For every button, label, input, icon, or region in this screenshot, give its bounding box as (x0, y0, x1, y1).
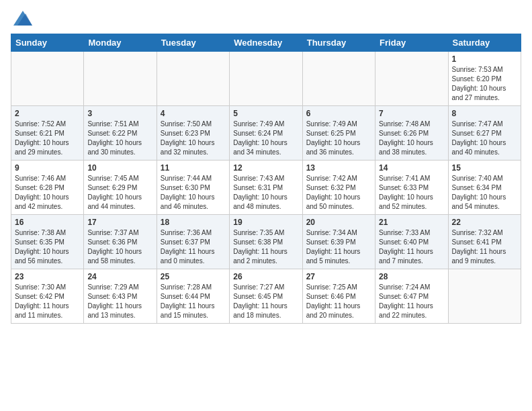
calendar-cell: 28Sunrise: 7:24 AM Sunset: 6:47 PM Dayli… (375, 269, 448, 324)
day-info: Sunrise: 7:52 AM Sunset: 6:21 PM Dayligh… (15, 120, 80, 157)
day-info: Sunrise: 7:36 AM Sunset: 6:37 PM Dayligh… (161, 228, 226, 266)
day-info: Sunrise: 7:49 AM Sunset: 6:25 PM Dayligh… (306, 120, 371, 157)
day-number: 25 (161, 272, 226, 281)
day-info: Sunrise: 7:53 AM Sunset: 6:20 PM Dayligh… (452, 65, 517, 103)
calendar-cell (84, 52, 157, 106)
day-info: Sunrise: 7:48 AM Sunset: 6:26 PM Dayligh… (379, 120, 444, 157)
day-info: Sunrise: 7:47 AM Sunset: 6:27 PM Dayligh… (452, 120, 517, 157)
day-info: Sunrise: 7:33 AM Sunset: 6:40 PM Dayligh… (379, 228, 444, 266)
calendar-cell: 16Sunrise: 7:38 AM Sunset: 6:35 PM Dayli… (11, 215, 84, 269)
day-number: 19 (233, 218, 298, 227)
day-info: Sunrise: 7:38 AM Sunset: 6:35 PM Dayligh… (15, 228, 80, 266)
day-number: 12 (233, 163, 298, 173)
calendar-cell: 20Sunrise: 7:34 AM Sunset: 6:39 PM Dayli… (302, 215, 375, 269)
day-info: Sunrise: 7:46 AM Sunset: 6:28 PM Dayligh… (15, 174, 80, 212)
calendar-cell: 5Sunrise: 7:49 AM Sunset: 6:24 PM Daylig… (230, 106, 302, 161)
calendar-cell: 15Sunrise: 7:40 AM Sunset: 6:34 PM Dayli… (448, 161, 521, 215)
day-info: Sunrise: 7:37 AM Sunset: 6:36 PM Dayligh… (87, 228, 152, 266)
calendar-cell (11, 52, 84, 106)
calendar-cell: 17Sunrise: 7:37 AM Sunset: 6:36 PM Dayli… (84, 215, 157, 269)
day-info: Sunrise: 7:29 AM Sunset: 6:43 PM Dayligh… (87, 283, 152, 320)
calendar-cell: 23Sunrise: 7:30 AM Sunset: 6:42 PM Dayli… (11, 269, 84, 324)
calendar-cell: 14Sunrise: 7:41 AM Sunset: 6:33 PM Dayli… (375, 161, 448, 215)
day-number: 21 (379, 218, 444, 227)
day-number: 4 (161, 109, 226, 118)
calendar-cell (448, 269, 521, 324)
logo (11, 11, 32, 26)
weekday-tuesday: Tuesday (157, 34, 229, 52)
calendar-cell: 27Sunrise: 7:25 AM Sunset: 6:46 PM Dayli… (302, 269, 375, 324)
day-info: Sunrise: 7:25 AM Sunset: 6:46 PM Dayligh… (306, 283, 371, 320)
day-number: 17 (87, 218, 152, 227)
day-info: Sunrise: 7:44 AM Sunset: 6:30 PM Dayligh… (161, 174, 226, 212)
weekday-monday: Monday (84, 34, 157, 52)
week-row-1: 1Sunrise: 7:53 AM Sunset: 6:20 PM Daylig… (11, 52, 521, 106)
weekday-header-row: SundayMondayTuesdayWednesdayThursdayFrid… (11, 34, 521, 52)
calendar-cell: 4Sunrise: 7:50 AM Sunset: 6:23 PM Daylig… (157, 106, 229, 161)
calendar-cell: 1Sunrise: 7:53 AM Sunset: 6:20 PM Daylig… (448, 52, 521, 106)
calendar-cell: 12Sunrise: 7:43 AM Sunset: 6:31 PM Dayli… (230, 161, 302, 215)
weekday-sunday: Sunday (11, 34, 84, 52)
calendar-cell: 7Sunrise: 7:48 AM Sunset: 6:26 PM Daylig… (375, 106, 448, 161)
calendar-cell: 22Sunrise: 7:32 AM Sunset: 6:41 PM Dayli… (448, 215, 521, 269)
day-number: 7 (379, 109, 444, 118)
calendar-cell (157, 52, 229, 106)
day-info: Sunrise: 7:35 AM Sunset: 6:38 PM Dayligh… (233, 228, 298, 266)
calendar-cell: 11Sunrise: 7:44 AM Sunset: 6:30 PM Dayli… (157, 161, 229, 215)
day-number: 27 (306, 272, 371, 281)
weekday-thursday: Thursday (302, 34, 375, 52)
logo-icon (13, 11, 32, 26)
day-number: 28 (379, 272, 444, 281)
day-info: Sunrise: 7:34 AM Sunset: 6:39 PM Dayligh… (306, 228, 371, 266)
calendar-cell: 3Sunrise: 7:51 AM Sunset: 6:22 PM Daylig… (84, 106, 157, 161)
calendar-cell: 19Sunrise: 7:35 AM Sunset: 6:38 PM Dayli… (230, 215, 302, 269)
day-info: Sunrise: 7:49 AM Sunset: 6:24 PM Dayligh… (233, 120, 298, 157)
day-number: 20 (306, 218, 371, 227)
day-number: 6 (306, 109, 371, 118)
day-info: Sunrise: 7:51 AM Sunset: 6:22 PM Dayligh… (87, 120, 152, 157)
weekday-wednesday: Wednesday (230, 34, 302, 52)
week-row-4: 16Sunrise: 7:38 AM Sunset: 6:35 PM Dayli… (11, 215, 521, 269)
calendar-cell: 13Sunrise: 7:42 AM Sunset: 6:32 PM Dayli… (302, 161, 375, 215)
weekday-saturday: Saturday (448, 34, 521, 52)
calendar-cell (302, 52, 375, 106)
day-info: Sunrise: 7:50 AM Sunset: 6:23 PM Dayligh… (161, 120, 226, 157)
day-info: Sunrise: 7:28 AM Sunset: 6:44 PM Dayligh… (161, 283, 226, 320)
day-number: 23 (15, 272, 80, 281)
day-number: 5 (233, 109, 298, 118)
day-number: 11 (161, 163, 226, 173)
weekday-friday: Friday (375, 34, 448, 52)
calendar-cell: 6Sunrise: 7:49 AM Sunset: 6:25 PM Daylig… (302, 106, 375, 161)
week-row-3: 9Sunrise: 7:46 AM Sunset: 6:28 PM Daylig… (11, 161, 521, 215)
day-number: 15 (452, 163, 517, 173)
calendar-cell: 21Sunrise: 7:33 AM Sunset: 6:40 PM Dayli… (375, 215, 448, 269)
day-info: Sunrise: 7:30 AM Sunset: 6:42 PM Dayligh… (15, 283, 80, 320)
day-number: 22 (452, 218, 517, 227)
calendar-cell: 25Sunrise: 7:28 AM Sunset: 6:44 PM Dayli… (157, 269, 229, 324)
calendar-cell: 18Sunrise: 7:36 AM Sunset: 6:37 PM Dayli… (157, 215, 229, 269)
page-header (11, 11, 521, 26)
calendar-cell: 2Sunrise: 7:52 AM Sunset: 6:21 PM Daylig… (11, 106, 84, 161)
day-number: 14 (379, 163, 444, 173)
day-number: 18 (161, 218, 226, 227)
calendar-cell: 8Sunrise: 7:47 AM Sunset: 6:27 PM Daylig… (448, 106, 521, 161)
day-number: 9 (15, 163, 80, 173)
day-number: 2 (15, 109, 80, 118)
day-number: 13 (306, 163, 371, 173)
day-number: 16 (15, 218, 80, 227)
day-info: Sunrise: 7:41 AM Sunset: 6:33 PM Dayligh… (379, 174, 444, 212)
calendar-cell: 10Sunrise: 7:45 AM Sunset: 6:29 PM Dayli… (84, 161, 157, 215)
week-row-5: 23Sunrise: 7:30 AM Sunset: 6:42 PM Dayli… (11, 269, 521, 324)
week-row-2: 2Sunrise: 7:52 AM Sunset: 6:21 PM Daylig… (11, 106, 521, 161)
calendar-cell: 26Sunrise: 7:27 AM Sunset: 6:45 PM Dayli… (230, 269, 302, 324)
day-number: 1 (452, 54, 517, 64)
calendar-cell: 24Sunrise: 7:29 AM Sunset: 6:43 PM Dayli… (84, 269, 157, 324)
day-info: Sunrise: 7:24 AM Sunset: 6:47 PM Dayligh… (379, 283, 444, 320)
calendar-table: SundayMondayTuesdayWednesdayThursdayFrid… (11, 34, 521, 324)
day-number: 8 (452, 109, 517, 118)
day-info: Sunrise: 7:43 AM Sunset: 6:31 PM Dayligh… (233, 174, 298, 212)
day-number: 26 (233, 272, 298, 281)
calendar-cell (375, 52, 448, 106)
calendar-cell (230, 52, 302, 106)
day-info: Sunrise: 7:42 AM Sunset: 6:32 PM Dayligh… (306, 174, 371, 212)
